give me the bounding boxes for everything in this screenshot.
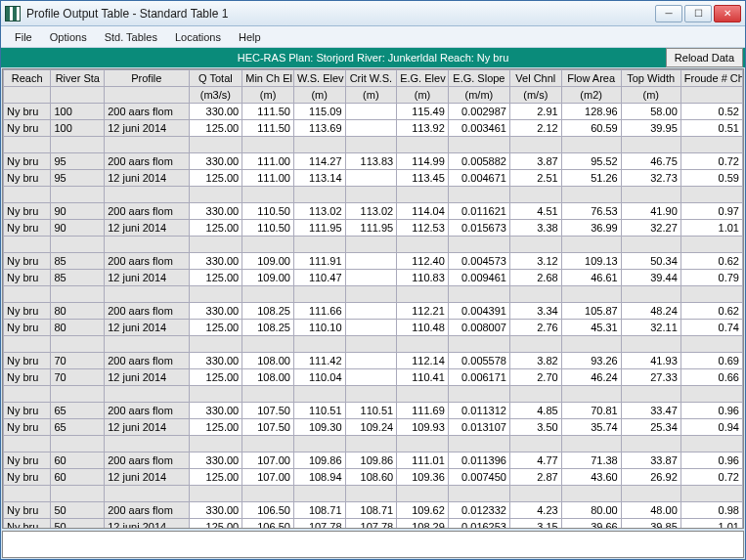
table-cell[interactable]: 107.00 <box>242 469 294 486</box>
table-cell[interactable]: 0.62 <box>680 303 742 320</box>
table-cell[interactable]: 330.00 <box>189 253 242 270</box>
menu-help[interactable]: Help <box>231 29 269 45</box>
table-cell[interactable]: 110.48 <box>397 320 449 336</box>
table-cell[interactable]: 95 <box>51 170 105 187</box>
table-cell[interactable]: 93.26 <box>561 353 621 369</box>
table-cell[interactable]: 108.29 <box>397 519 449 530</box>
table-cell[interactable]: 200 aars flom <box>105 104 189 120</box>
table-cell[interactable]: 76.53 <box>561 203 621 220</box>
table-cell[interactable]: 111.00 <box>242 170 294 187</box>
table-cell[interactable]: 107.78 <box>293 519 345 530</box>
table-cell[interactable]: 4.51 <box>509 203 561 220</box>
table-cell[interactable]: 330.00 <box>189 203 242 220</box>
table-cell[interactable]: 0.008007 <box>448 320 509 336</box>
table-cell[interactable]: Ny bru <box>4 469 51 486</box>
table-cell[interactable]: 330.00 <box>189 353 242 369</box>
table-row[interactable]: Ny bru7012 juni 2014125.00108.00110.0411… <box>4 369 743 386</box>
table-cell[interactable]: 35.74 <box>561 419 621 436</box>
table-container[interactable]: Reach River Sta Profile Q Total Min Ch E… <box>2 68 744 529</box>
table-cell[interactable]: 0.62 <box>680 253 742 270</box>
table-cell[interactable]: 3.34 <box>509 303 561 320</box>
table-cell[interactable]: 0.004671 <box>448 170 509 187</box>
table-cell[interactable]: 109.62 <box>397 502 449 519</box>
table-cell[interactable]: 200 aars flom <box>105 353 189 369</box>
table-cell[interactable] <box>345 369 397 386</box>
table-cell[interactable]: Ny bru <box>4 203 51 220</box>
table-cell[interactable]: 0.69 <box>680 353 742 369</box>
close-button[interactable]: ✕ <box>714 5 741 22</box>
table-cell[interactable]: 70 <box>51 369 105 386</box>
table-cell[interactable]: 114.04 <box>397 203 449 220</box>
table-cell[interactable]: 108.71 <box>293 502 345 519</box>
table-cell[interactable]: 4.85 <box>509 403 561 419</box>
table-cell[interactable]: 111.66 <box>293 303 345 320</box>
table-row[interactable]: Ny bru10012 juni 2014125.00111.50113.691… <box>4 120 743 137</box>
table-cell[interactable]: 0.007450 <box>448 469 509 486</box>
table-cell[interactable]: 12 juni 2014 <box>105 469 189 486</box>
table-cell[interactable]: 2.91 <box>509 104 561 120</box>
table-cell[interactable]: 43.60 <box>561 469 621 486</box>
table-cell[interactable]: 111.50 <box>242 120 294 137</box>
table-cell[interactable]: 109.00 <box>242 253 294 270</box>
table-cell[interactable]: 0.015673 <box>448 220 509 237</box>
table-cell[interactable]: 108.25 <box>242 303 294 320</box>
table-cell[interactable]: 128.96 <box>561 104 621 120</box>
table-cell[interactable]: 107.50 <box>242 419 294 436</box>
table-cell[interactable]: 25.34 <box>621 419 680 436</box>
table-cell[interactable]: Ny bru <box>4 153 51 170</box>
table-cell[interactable]: 330.00 <box>189 452 242 469</box>
col-q-total[interactable]: Q Total <box>189 70 242 87</box>
table-cell[interactable]: 46.61 <box>561 270 621 286</box>
table-cell[interactable]: 50 <box>51 519 105 530</box>
table-cell[interactable]: 106.50 <box>242 502 294 519</box>
table-cell[interactable]: 330.00 <box>189 104 242 120</box>
table-cell[interactable] <box>345 120 397 137</box>
table-row[interactable]: Ny bru6512 juni 2014125.00107.50109.3010… <box>4 419 743 436</box>
col-froude[interactable]: Froude # Chl <box>680 70 742 87</box>
table-cell[interactable]: 0.59 <box>680 170 742 187</box>
table-cell[interactable]: 330.00 <box>189 303 242 320</box>
table-cell[interactable]: 32.27 <box>621 220 680 237</box>
table-cell[interactable] <box>345 253 397 270</box>
table-cell[interactable]: 65 <box>51 403 105 419</box>
table-cell[interactable]: 85 <box>51 253 105 270</box>
table-cell[interactable]: 113.45 <box>397 170 449 187</box>
table-cell[interactable]: 0.52 <box>680 104 742 120</box>
table-cell[interactable]: 65 <box>51 419 105 436</box>
table-cell[interactable]: 80 <box>51 320 105 336</box>
table-row[interactable] <box>4 386 743 403</box>
table-row[interactable]: Ny bru60200 aars flom330.00107.00109.861… <box>4 452 743 469</box>
table-cell[interactable]: Ny bru <box>4 353 51 369</box>
table-cell[interactable]: 111.95 <box>345 220 397 237</box>
table-cell[interactable]: 51.26 <box>561 170 621 187</box>
table-cell[interactable]: 3.15 <box>509 519 561 530</box>
table-cell[interactable]: 125.00 <box>189 170 242 187</box>
table-cell[interactable]: 3.87 <box>509 153 561 170</box>
table-cell[interactable]: 200 aars flom <box>105 452 189 469</box>
table-cell[interactable]: 108.00 <box>242 353 294 369</box>
col-eg-slope[interactable]: E.G. Slope <box>448 70 509 87</box>
table-cell[interactable]: 0.96 <box>680 403 742 419</box>
table-cell[interactable]: 45.31 <box>561 320 621 336</box>
table-cell[interactable]: 39.95 <box>621 120 680 137</box>
table-cell[interactable]: Ny bru <box>4 170 51 187</box>
table-cell[interactable]: 107.00 <box>242 452 294 469</box>
table-cell[interactable]: 33.87 <box>621 452 680 469</box>
table-cell[interactable] <box>345 353 397 369</box>
table-cell[interactable]: 1.01 <box>680 519 742 530</box>
table-cell[interactable]: 26.92 <box>621 469 680 486</box>
table-row[interactable]: Ny bru65200 aars flom330.00107.50110.511… <box>4 403 743 419</box>
table-cell[interactable]: 113.92 <box>397 120 449 137</box>
table-cell[interactable]: 33.47 <box>621 403 680 419</box>
table-cell[interactable]: 109.93 <box>397 419 449 436</box>
table-cell[interactable]: Ny bru <box>4 120 51 137</box>
col-vel-chnl[interactable]: Vel Chnl <box>509 70 561 87</box>
table-row[interactable]: Ny bru8012 juni 2014125.00108.25110.1011… <box>4 320 743 336</box>
table-cell[interactable] <box>345 270 397 286</box>
table-cell[interactable]: 3.50 <box>509 419 561 436</box>
table-cell[interactable]: 71.38 <box>561 452 621 469</box>
maximize-button[interactable]: ☐ <box>684 5 712 22</box>
table-cell[interactable]: 12 juni 2014 <box>105 120 189 137</box>
table-cell[interactable]: 4.77 <box>509 452 561 469</box>
table-cell[interactable]: 113.83 <box>345 153 397 170</box>
